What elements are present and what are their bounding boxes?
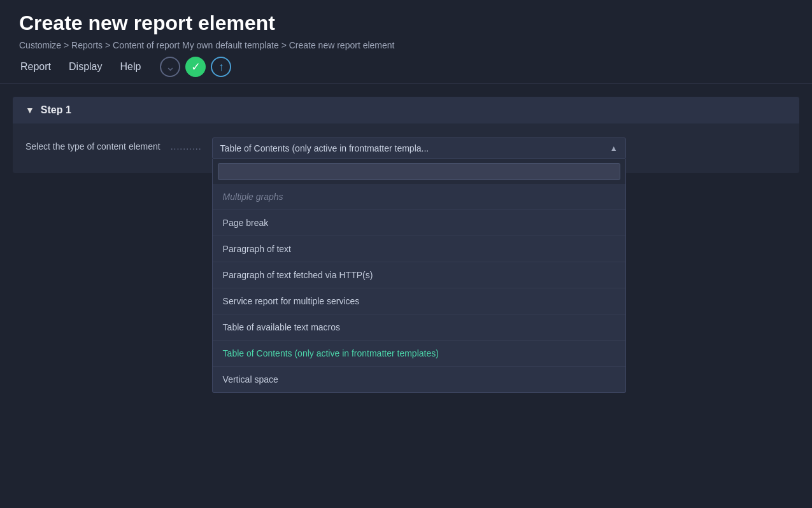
dropdown-list-item[interactable]: Multiple graphs	[213, 184, 625, 210]
content-type-dropdown[interactable]: Table of Contents (only active in frontm…	[212, 138, 626, 159]
dropdown-selected-value[interactable]: Table of Contents (only active in frontm…	[212, 138, 626, 159]
dropdown-list-item[interactable]: Table of available text macros	[213, 314, 625, 341]
toolbar-display[interactable]: Display	[68, 57, 103, 76]
toolbar: Report Display Help ⌄ ✓ ↑	[0, 50, 812, 84]
dropdown-selected-text: Table of Contents (only active in frontm…	[220, 143, 429, 153]
toolbar-report[interactable]: Report	[19, 57, 52, 76]
step-body: Select the type of content element .....…	[13, 123, 799, 173]
dropdown-list-item[interactable]: Paragraph of text fetched via HTTP(s)	[213, 262, 625, 288]
step-label: Select the type of content element	[25, 138, 160, 152]
check-icon[interactable]: ✓	[185, 57, 206, 77]
dropdown-list: Multiple graphsPage breakParagraph of te…	[212, 159, 626, 393]
dropdown-list-item[interactable]: Paragraph of text	[213, 236, 625, 262]
chevron-down-icon[interactable]: ⌄	[160, 57, 180, 77]
step-header: ▼ Step 1	[13, 97, 799, 123]
main-content: ▼ Step 1 Select the type of content elem…	[0, 84, 812, 186]
step-section: ▼ Step 1 Select the type of content elem…	[13, 97, 799, 173]
breadcrumb: Customize > Reports > Content of report …	[19, 40, 793, 50]
dropdown-list-item[interactable]: Vertical space	[213, 367, 625, 392]
dropdown-search-input[interactable]	[218, 163, 620, 180]
step-collapse-arrow[interactable]: ▼	[25, 105, 34, 115]
step-dots: ..........	[171, 138, 202, 152]
upload-icon[interactable]: ↑	[211, 57, 231, 77]
dropdown-arrow-icon: ▲	[610, 144, 618, 153]
header: Create new report element Customize > Re…	[0, 0, 812, 50]
step-title: Step 1	[41, 104, 71, 116]
dropdown-items-container: Multiple graphsPage breakParagraph of te…	[213, 184, 625, 392]
page-title: Create new report element	[19, 11, 793, 35]
toolbar-icons: ⌄ ✓ ↑	[160, 57, 231, 77]
toolbar-help[interactable]: Help	[119, 57, 143, 76]
dropdown-list-item[interactable]: Table of Contents (only active in frontm…	[213, 341, 625, 367]
dropdown-list-item[interactable]: Page break	[213, 210, 625, 236]
dropdown-search-container	[213, 159, 625, 184]
dropdown-list-item[interactable]: Service report for multiple services	[213, 288, 625, 314]
